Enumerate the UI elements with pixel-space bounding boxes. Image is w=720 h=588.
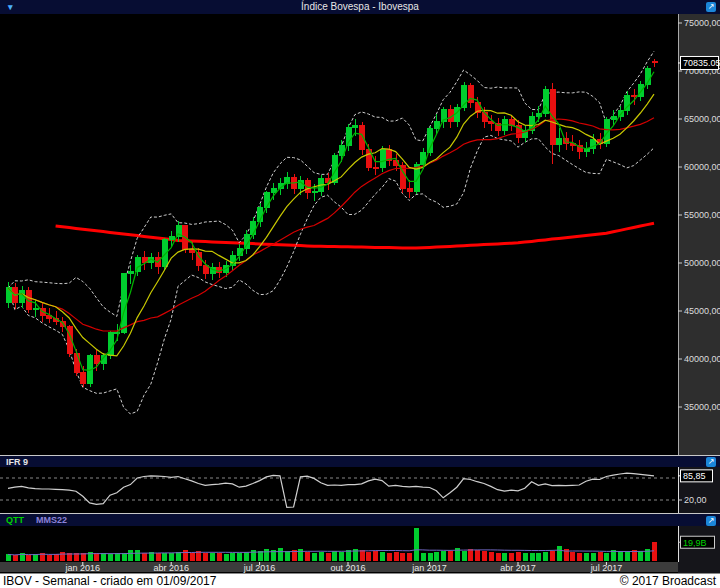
volume-bar (6, 554, 11, 561)
volume-bar (142, 553, 147, 561)
volume-chart[interactable]: 19,9Bjan 2016abr 2016jul 2016out 2016jan… (0, 526, 720, 573)
volume-bar (570, 552, 575, 561)
volume-bar (74, 553, 79, 561)
volume-bar (577, 553, 582, 561)
volume-bar (509, 553, 514, 561)
svg-text:75000,00: 75000,00 (684, 18, 720, 28)
svg-text:jan 2017: jan 2017 (411, 563, 447, 573)
candle (271, 188, 276, 193)
volume-bar (135, 550, 140, 561)
volume-bar (604, 553, 609, 561)
volume-bar (468, 549, 473, 561)
candle (353, 126, 358, 128)
main-price-chart[interactable]: 75000,0070000,0065000,0060000,0055000,00… (0, 14, 720, 455)
svg-text:55000,00: 55000,00 (684, 210, 720, 220)
svg-text:jan 2016: jan 2016 (65, 563, 101, 573)
volume-bar (421, 553, 426, 561)
volume-bar (13, 555, 18, 561)
volume-bar (557, 546, 562, 561)
volume-bar (530, 553, 535, 561)
ifr-plot-area[interactable] (0, 467, 678, 513)
candle (81, 373, 86, 383)
title-bar: ▾ Índice Bovespa - Ibovespa (0, 0, 720, 14)
qtt-panel-title: QTT (6, 515, 24, 525)
svg-text:40000,00: 40000,00 (684, 354, 720, 364)
volume-bar (156, 553, 161, 561)
candle (482, 112, 487, 122)
ifr-level-label: 20,00 (684, 495, 707, 505)
chart-application: ▾ Índice Bovespa - Ibovespa MMS3MMS8MMS2… (0, 0, 720, 588)
volume-bar (441, 551, 446, 561)
status-text: IBOV - Semanal - criado em 01/09/2017 (3, 574, 216, 588)
volume-bar (543, 552, 548, 561)
volume-bar (230, 553, 235, 561)
volume-bar (414, 528, 419, 561)
volume-bar (618, 552, 623, 561)
volume-bar (380, 552, 385, 561)
candle (128, 272, 133, 274)
volume-bar (203, 553, 208, 561)
expand-qtt-panel-icon[interactable] (706, 516, 716, 526)
expand-ifr-panel-icon[interactable] (706, 457, 716, 467)
volume-bar (251, 550, 256, 561)
svg-text:60000,00: 60000,00 (684, 162, 720, 172)
svg-text:jul 2016: jul 2016 (243, 563, 276, 573)
qtt-axis-area (678, 526, 720, 573)
volume-bar (516, 552, 521, 561)
expand-main-chart-icon[interactable] (706, 2, 716, 12)
volume-bar (278, 548, 283, 561)
candle (489, 122, 494, 124)
svg-text:abr 2017: abr 2017 (500, 563, 536, 573)
candle (122, 274, 127, 333)
volume-bar (169, 553, 174, 561)
volume-bar (394, 552, 399, 561)
volume-bar (482, 551, 487, 561)
main-plot-area[interactable] (0, 14, 678, 455)
svg-text:jul 2017: jul 2017 (590, 563, 623, 573)
volume-bar (237, 553, 242, 561)
volume-bar (67, 553, 72, 561)
volume-bar (598, 552, 603, 561)
svg-text:abr 2016: abr 2016 (153, 563, 189, 573)
volume-bar (475, 550, 480, 561)
copyright-text: © 2017 Broadcast (620, 574, 716, 588)
ifr-panel-header: IFR 9 (0, 455, 720, 467)
volume-bar (319, 552, 324, 561)
volume-bar (115, 553, 120, 561)
volume-bar (54, 554, 59, 561)
ifr-panel-title: IFR 9 (6, 457, 28, 467)
candle (237, 249, 242, 256)
volume-bar (128, 550, 133, 561)
volume-bar (502, 553, 507, 561)
candle (312, 191, 317, 193)
volume-bar (407, 553, 412, 561)
svg-text:50000,00: 50000,00 (684, 258, 720, 268)
volume-bar (339, 552, 344, 561)
volume-bar (366, 552, 371, 561)
candle (373, 167, 378, 168)
volume-bar (210, 553, 215, 561)
candle (632, 95, 637, 97)
volume-bar (26, 555, 31, 561)
volume-bar (496, 553, 501, 561)
volume-bar (47, 555, 52, 561)
volume-bar (183, 550, 188, 561)
volume-bar (536, 553, 541, 561)
ifr-current-label: 85,85 (683, 471, 706, 481)
qtt-panel-header: QTT MMS22 (0, 513, 720, 526)
candle (380, 150, 385, 168)
volume-bar (162, 553, 167, 561)
volume-bar (312, 553, 317, 561)
ifr-indicator-chart[interactable]: 85,8520,00 (0, 467, 720, 513)
candle (33, 308, 38, 310)
volume-bar (190, 553, 195, 561)
candle (611, 116, 616, 119)
candle (94, 355, 99, 363)
candle (251, 222, 256, 234)
volume-bar (373, 551, 378, 561)
qtt-current-label: 19,9B (683, 538, 707, 548)
candle (557, 138, 562, 145)
volume-bar (217, 553, 222, 561)
status-bar: IBOV - Semanal - criado em 01/09/2017 © … (0, 573, 720, 588)
qtt-mms22-label: MMS22 (36, 515, 67, 525)
